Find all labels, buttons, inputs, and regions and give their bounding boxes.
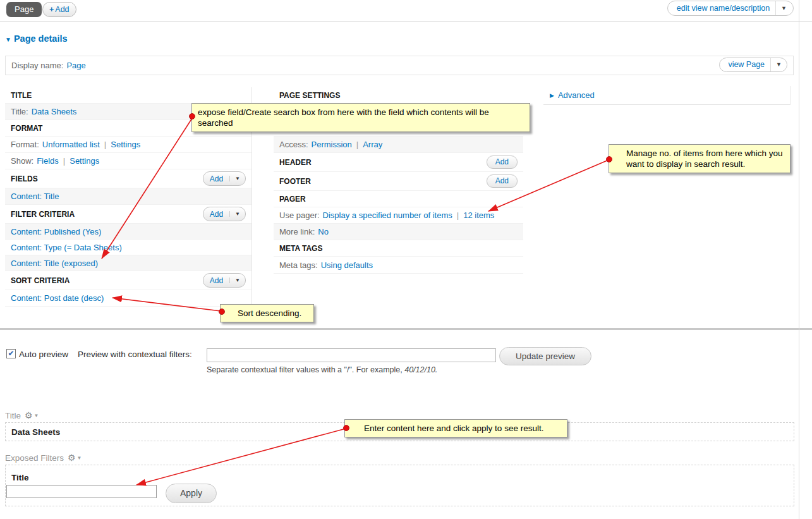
tooltip-enter-content: Enter content here and click apply to se… — [344, 419, 567, 437]
add-header-button[interactable]: Add — [487, 156, 518, 169]
help-text: Separate contextual filter values with a… — [207, 365, 404, 374]
apply-button[interactable]: Apply — [166, 484, 217, 503]
bucket-page-settings-label: PAGE SETTINGS — [279, 91, 340, 100]
bucket-filter-criteria: FILTER CRITERIAAdd▼ — [5, 205, 251, 224]
filter-type-link[interactable]: Content: Type (= Data Sheets) — [11, 243, 122, 252]
title-value-link[interactable]: Data Sheets — [32, 107, 77, 116]
setting-row-meta-tags: Meta tags:Using defaults — [274, 257, 523, 274]
access-label: Access: — [279, 140, 308, 149]
add-label: Add — [203, 276, 229, 285]
bucket-fields: FIELDSAdd▼ — [5, 169, 251, 188]
filter-row-type: Content: Type (= Data Sheets) — [5, 240, 251, 255]
chevron-down-icon[interactable]: ▼ — [775, 1, 787, 15]
view-page-button[interactable]: view Page▼ — [719, 58, 787, 72]
add-display-button[interactable]: +Add — [42, 2, 76, 17]
add-display-label: Add — [55, 5, 69, 14]
meta-tags-label: Meta tags: — [279, 260, 318, 270]
bucket-pager-label: PAGER — [279, 195, 306, 204]
show-label: Show: — [11, 156, 33, 166]
preview-title-section: Title ⚙ ▼ — [5, 410, 39, 420]
bucket-footer: FOOTERAdd — [274, 172, 523, 191]
more-link-label: More link: — [279, 227, 315, 236]
access-array-link[interactable]: Array — [363, 140, 382, 149]
chevron-down-icon[interactable]: ▼ — [229, 176, 245, 181]
bucket-title: TITLE — [5, 87, 251, 104]
separator: | — [356, 140, 358, 149]
field-content-title-link[interactable]: Content: Title — [11, 192, 59, 201]
title-label: Title: — [11, 107, 28, 116]
setting-row-show: Show:Fields|Settings — [5, 153, 251, 169]
display-name-bar: Display name:Page view Page▼ — [5, 56, 794, 75]
setting-row-use-pager: Use pager:Display a specified number of … — [274, 207, 523, 224]
meta-tags-value-link[interactable]: Using defaults — [321, 260, 373, 270]
gear-icon[interactable]: ⚙ — [68, 453, 76, 463]
show-link[interactable]: Fields — [37, 156, 59, 166]
display-tabs-bar: Page +Add edit view name/description▼ — [0, 0, 812, 21]
bucket-format-label: FORMAT — [11, 124, 42, 133]
use-pager-link[interactable]: Display a specified number of items — [323, 211, 452, 220]
update-preview-button[interactable]: Update preview — [499, 347, 591, 365]
bucket-page-settings: PAGE SETTINGS — [274, 87, 523, 104]
chevron-down-icon[interactable]: ▼ — [229, 278, 245, 283]
access-permission-link[interactable]: Permission — [312, 140, 352, 149]
auto-preview-checkbox[interactable]: ✔ — [6, 349, 16, 358]
bucket-sort-label: SORT CRITERIA — [11, 276, 70, 285]
display-name-link[interactable]: Page — [66, 61, 85, 70]
format-settings-link[interactable]: Settings — [111, 140, 140, 149]
sort-postdate-link[interactable]: Content: Post date (desc) — [11, 293, 104, 303]
display-name-label: Display name: — [11, 61, 63, 70]
tab-page[interactable]: Page — [6, 2, 42, 17]
section-divider — [0, 328, 812, 330]
page-right-border — [799, 0, 799, 519]
use-pager-label: Use pager: — [279, 211, 320, 220]
chevron-down-icon[interactable]: ▼ — [34, 413, 39, 418]
add-label: Add — [203, 210, 229, 219]
sort-row-postdate: Content: Post date (desc) — [5, 290, 251, 307]
exposed-filter-field-label: Title — [11, 473, 29, 482]
add-sort-button[interactable]: Add▼ — [203, 273, 246, 288]
auto-preview-label: Auto preview — [19, 350, 68, 359]
advanced-section-toggle[interactable]: ▶ Advanced — [543, 86, 791, 105]
collapse-triangle-icon: ▼ — [5, 36, 11, 43]
add-footer-button[interactable]: Add — [487, 174, 518, 188]
exposed-filters-label: Exposed Filters — [5, 453, 64, 463]
preview-title-value: Data Sheets — [11, 427, 60, 437]
chevron-down-icon[interactable]: ▼ — [77, 455, 82, 461]
bucket-meta-label: META TAGS — [279, 244, 322, 253]
display-name: Display name:Page — [11, 56, 86, 75]
setting-row-field-title: Content: Title — [5, 188, 251, 205]
setting-row-more-link: More link:No — [274, 224, 523, 240]
chevron-down-icon[interactable]: ▼ — [770, 58, 782, 71]
check-icon: ✔ — [8, 349, 14, 358]
show-settings-link[interactable]: Settings — [70, 156, 99, 166]
gear-icon[interactable]: ⚙ — [25, 410, 33, 420]
bucket-filter-label: FILTER CRITERIA — [11, 210, 75, 219]
bucket-fields-label: FIELDS — [11, 174, 38, 183]
exposed-title-input[interactable] — [6, 485, 157, 498]
more-link-value[interactable]: No — [318, 227, 329, 236]
pager-items-link[interactable]: 12 items — [463, 211, 494, 220]
contextual-filters-help: Separate contextual filter values with a… — [207, 365, 437, 374]
bucket-header: HEADERAdd — [274, 153, 523, 172]
add-field-button[interactable]: Add▼ — [203, 171, 246, 186]
bucket-pager: PAGER — [274, 191, 523, 207]
bucket-sort-criteria: SORT CRITERIAAdd▼ — [5, 271, 251, 290]
help-example: 40/12/10. — [404, 365, 437, 374]
exposed-filters-section: Exposed Filters ⚙ ▼ — [5, 453, 82, 463]
page-details-heading[interactable]: ▼Page details — [5, 34, 68, 44]
filter-title-exposed-link[interactable]: Content: Title (exposed) — [11, 259, 98, 268]
filter-published-link[interactable]: Content: Published (Yes) — [11, 227, 101, 236]
exposed-filters-box: Title Apply — [5, 465, 794, 506]
chevron-down-icon[interactable]: ▼ — [229, 211, 245, 217]
tooltip-expose-field: expose field/Create search box from here… — [191, 103, 530, 132]
separator: | — [104, 140, 106, 149]
bucket-header-label: HEADER — [279, 158, 312, 167]
setting-row-format: Format:Unformatted list|Settings — [5, 137, 251, 153]
contextual-filters-input[interactable] — [207, 348, 496, 362]
edit-view-name-button[interactable]: edit view name/description▼ — [667, 1, 794, 16]
tooltip-sort-descending: Sort descending. — [220, 304, 314, 322]
advanced-label: Advanced — [558, 90, 595, 100]
format-link[interactable]: Unformatted list — [42, 140, 100, 149]
filter-row-published: Content: Published (Yes) — [5, 224, 251, 240]
add-filter-button[interactable]: Add▼ — [203, 207, 246, 221]
